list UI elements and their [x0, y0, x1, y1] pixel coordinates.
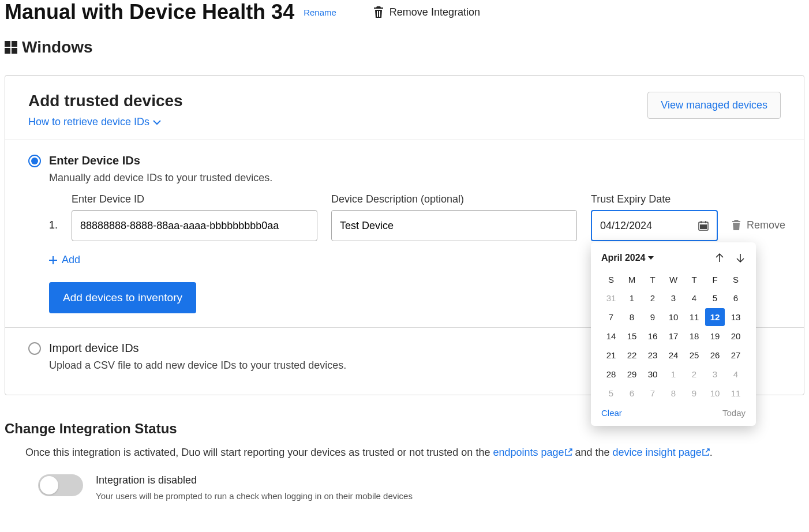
calendar-day[interactable]: 28	[601, 365, 621, 383]
calendar-day[interactable]: 3	[705, 365, 725, 383]
enter-device-ids-radio[interactable]	[28, 155, 41, 167]
enter-device-ids-desc: Manually add device IDs to your trusted …	[49, 172, 781, 184]
calendar-dow: T	[643, 271, 662, 288]
calendar-day[interactable]: 2	[643, 289, 662, 307]
calendar-day[interactable]: 7	[643, 384, 662, 402]
calendar-day[interactable]: 22	[622, 346, 642, 364]
calendar-day[interactable]: 13	[726, 308, 746, 326]
import-device-ids-label: Import device IDs	[49, 342, 139, 355]
card-title: Add trusted devices	[28, 92, 183, 110]
calendar-day[interactable]: 6	[622, 384, 642, 402]
calendar-day[interactable]: 17	[664, 327, 683, 345]
view-managed-devices-button[interactable]: View managed devices	[647, 92, 781, 119]
device-id-label: Enter Device ID	[72, 193, 317, 205]
calendar-day[interactable]: 19	[705, 327, 725, 345]
external-link-icon	[564, 448, 572, 456]
calendar-month-selector[interactable]: April 2024	[601, 253, 653, 263]
calendar-day[interactable]: 29	[622, 365, 642, 383]
calendar-day[interactable]: 27	[726, 346, 746, 364]
add-trusted-devices-card: Add trusted devices How to retrieve devi…	[5, 75, 804, 395]
calendar-day[interactable]: 4	[684, 289, 704, 307]
calendar-day[interactable]: 12	[705, 308, 725, 326]
trash-icon	[732, 220, 741, 230]
toggle-label: Integration is disabled	[96, 474, 413, 486]
calendar-day[interactable]: 15	[622, 327, 642, 345]
remove-integration-label: Remove Integration	[389, 6, 480, 18]
calendar-day[interactable]: 24	[664, 346, 683, 364]
calendar-dow: S	[601, 271, 621, 288]
add-devices-to-inventory-button[interactable]: Add devices to inventory	[49, 282, 196, 313]
date-picker-popover: April 2024 SMTWTFS3112345678910111213141…	[591, 242, 756, 426]
calendar-day[interactable]: 26	[705, 346, 725, 364]
caret-down-icon	[648, 256, 654, 260]
integration-status-desc: Once this integration is activated, Duo …	[25, 444, 804, 462]
calendar-day[interactable]: 23	[643, 346, 662, 364]
endpoints-page-link[interactable]: endpoints page	[493, 447, 572, 458]
trust-expiry-date-input[interactable]: 04/12/2024	[591, 210, 718, 241]
calendar-dow: M	[622, 271, 642, 288]
calendar-day[interactable]: 2	[684, 365, 704, 383]
calendar-dow: W	[664, 271, 683, 288]
platform-label: Windows	[22, 38, 93, 57]
calendar-day[interactable]: 3	[664, 289, 683, 307]
plus-icon	[49, 256, 57, 264]
calendar-day[interactable]: 18	[684, 327, 704, 345]
calendar-icon	[698, 220, 709, 231]
enter-device-ids-label: Enter Device IDs	[49, 154, 140, 167]
trust-expiry-label: Trust Expiry Date	[591, 193, 718, 205]
calendar-day[interactable]: 16	[643, 327, 662, 345]
calendar-today-button[interactable]: Today	[722, 408, 746, 418]
calendar-day[interactable]: 31	[601, 289, 621, 307]
calendar-day[interactable]: 8	[664, 384, 683, 402]
remove-integration-button[interactable]: Remove Integration	[373, 6, 480, 18]
calendar-day[interactable]: 1	[664, 365, 683, 383]
calendar-next-arrow[interactable]	[735, 253, 746, 263]
calendar-clear-button[interactable]: Clear	[601, 408, 622, 418]
calendar-day[interactable]: 9	[684, 384, 704, 402]
calendar-dow: T	[684, 271, 704, 288]
svg-rect-2	[5, 48, 10, 54]
device-insight-page-link[interactable]: device insight page	[613, 447, 710, 458]
windows-icon	[5, 41, 17, 54]
toggle-knob	[40, 476, 58, 494]
calendar-day[interactable]: 30	[643, 365, 662, 383]
calendar-day[interactable]: 6	[726, 289, 746, 307]
calendar-day[interactable]: 8	[622, 308, 642, 326]
svg-rect-5	[700, 224, 707, 229]
external-link-icon	[702, 448, 710, 456]
svg-rect-0	[5, 41, 10, 47]
calendar-day[interactable]: 1	[622, 289, 642, 307]
rename-link[interactable]: Rename	[304, 8, 336, 17]
calendar-day[interactable]: 25	[684, 346, 704, 364]
integration-status-toggle[interactable]	[38, 474, 83, 496]
device-id-input[interactable]	[72, 210, 317, 241]
device-description-input[interactable]	[331, 210, 577, 241]
calendar-prev-arrow[interactable]	[714, 253, 725, 263]
calendar-day[interactable]: 11	[684, 308, 704, 326]
calendar-day[interactable]: 4	[726, 365, 746, 383]
calendar-day[interactable]: 5	[705, 289, 725, 307]
calendar-day[interactable]: 21	[601, 346, 621, 364]
calendar-day[interactable]: 5	[601, 384, 621, 402]
row-number: 1.	[49, 219, 58, 231]
page-title: Manual with Device Health 34	[5, 0, 294, 24]
calendar-day[interactable]: 11	[726, 384, 746, 402]
calendar-day[interactable]: 14	[601, 327, 621, 345]
toggle-sublabel: Your users will be prompted to run a che…	[96, 491, 413, 501]
calendar-day[interactable]: 10	[705, 384, 725, 402]
calendar-dow: S	[726, 271, 746, 288]
retrieve-device-ids-link[interactable]: How to retrieve device IDs	[28, 116, 183, 128]
remove-row-button[interactable]: Remove	[732, 209, 785, 241]
device-desc-label: Device Description (optional)	[331, 193, 577, 205]
svg-rect-1	[12, 41, 17, 47]
chevron-down-icon	[153, 119, 161, 125]
calendar-day[interactable]: 20	[726, 327, 746, 345]
calendar-day[interactable]: 7	[601, 308, 621, 326]
trash-icon	[373, 6, 384, 18]
import-device-ids-radio[interactable]	[28, 342, 41, 355]
svg-rect-3	[12, 48, 17, 54]
calendar-day[interactable]: 9	[643, 308, 662, 326]
calendar-dow: F	[705, 271, 725, 288]
calendar-day[interactable]: 10	[664, 308, 683, 326]
